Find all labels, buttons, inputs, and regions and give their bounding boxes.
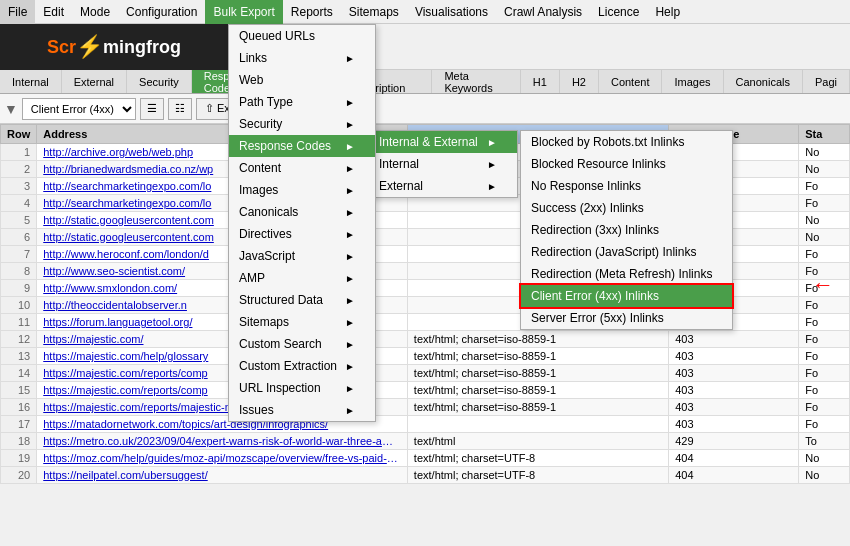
table-row: 18https://metro.co.uk/2023/09/04/expert-…: [1, 433, 850, 450]
table-row: 17https://matadornetwork.com/topics/art-…: [1, 416, 850, 433]
menu-licence[interactable]: Licence: [590, 0, 647, 24]
menu-issues[interactable]: Issues ►: [229, 399, 375, 421]
menu-path-type[interactable]: Path Type ►: [229, 91, 375, 113]
table-row: 16https://majestic.com/reports/majestic-…: [1, 399, 850, 416]
red-arrow-indicator: ←: [812, 272, 834, 298]
menu-security[interactable]: Security ►: [229, 113, 375, 135]
submenu-no-response[interactable]: No Response Inlinks: [521, 175, 732, 197]
menu-configuration[interactable]: Configuration: [118, 0, 205, 24]
menu-structured-data[interactable]: Structured Data ►: [229, 289, 375, 311]
filterbar: ▼ Client Error (4xx) ☰ ☷ ⇧ Export: [0, 94, 850, 124]
menu-directives[interactable]: Directives ►: [229, 223, 375, 245]
list-view-button[interactable]: ☰: [140, 98, 164, 120]
response-codes-submenu: Internal & External ► Internal ► Externa…: [368, 130, 518, 198]
menu-edit[interactable]: Edit: [35, 0, 72, 24]
table-row: 20https://neilpatel.com/ubersuggest/text…: [1, 467, 850, 484]
tab-canonicals[interactable]: Canonicals: [724, 70, 803, 93]
tab-internal[interactable]: Internal: [0, 70, 62, 93]
top-row: Scr⚡mingfrog screamingfrog.co.uk/: [0, 24, 850, 70]
menu-reports[interactable]: Reports: [283, 0, 341, 24]
menu-bulk-export[interactable]: Bulk Export: [205, 0, 282, 24]
table-row: 13https://majestic.com/help/glossarytext…: [1, 348, 850, 365]
menu-help[interactable]: Help: [647, 0, 688, 24]
submenu-redirection-3xx[interactable]: Redirection (3xx) Inlinks: [521, 219, 732, 241]
menu-links[interactable]: Links ►: [229, 47, 375, 69]
menu-file[interactable]: File: [0, 0, 35, 24]
submenu-internal-external[interactable]: Internal & External ►: [369, 131, 517, 153]
table-row: 12https://majestic.com/text/html; charse…: [1, 331, 850, 348]
tab-pagi[interactable]: Pagi: [803, 70, 850, 93]
col-row: Row: [1, 125, 37, 144]
split-view-button[interactable]: ☷: [168, 98, 192, 120]
table-row: 15https://majestic.com/reports/comptext/…: [1, 382, 850, 399]
menu-response-codes[interactable]: Response Codes ►: [229, 135, 375, 157]
submenu-blocked-resource[interactable]: Blocked Resource Inlinks: [521, 153, 732, 175]
menu-custom-search[interactable]: Custom Search ►: [229, 333, 375, 355]
menu-url-inspection[interactable]: URL Inspection ►: [229, 377, 375, 399]
filter-dropdown[interactable]: Client Error (4xx): [22, 98, 136, 120]
tab-h1[interactable]: H1: [521, 70, 560, 93]
submenu-external[interactable]: External ►: [369, 175, 517, 197]
submenu-internal[interactable]: Internal ►: [369, 153, 517, 175]
menu-content[interactable]: Content ►: [229, 157, 375, 179]
submenu-success-2xx[interactable]: Success (2xx) Inlinks: [521, 197, 732, 219]
menu-javascript[interactable]: JavaScript ►: [229, 245, 375, 267]
menu-visualisations[interactable]: Visualisations: [407, 0, 496, 24]
menu-images[interactable]: Images ►: [229, 179, 375, 201]
submenu-client-error-4xx[interactable]: Client Error (4xx) Inlinks: [521, 285, 732, 307]
submenu-server-error-5xx[interactable]: Server Error (5xx) Inlinks: [521, 307, 732, 329]
tabbar: Internal External Security Response Code…: [0, 70, 850, 94]
tab-security[interactable]: Security: [127, 70, 192, 93]
tab-meta-keywords[interactable]: Meta Keywords: [432, 70, 520, 93]
menu-queued-urls[interactable]: Queued URLs: [229, 25, 375, 47]
submenu-redirection-meta[interactable]: Redirection (Meta Refresh) Inlinks: [521, 263, 732, 285]
internal-external-submenu: Blocked by Robots.txt Inlinks Blocked Re…: [520, 130, 733, 330]
menu-sitemaps[interactable]: Sitemaps ►: [229, 311, 375, 333]
tab-images[interactable]: Images: [662, 70, 723, 93]
menu-crawl-analysis[interactable]: Crawl Analysis: [496, 0, 590, 24]
submenu-blocked-robots[interactable]: Blocked by Robots.txt Inlinks: [521, 131, 732, 153]
table-row: 19https://moz.com/help/guides/moz-api/mo…: [1, 450, 850, 467]
menu-canonicals[interactable]: Canonicals ►: [229, 201, 375, 223]
filter-icon: ▼: [4, 101, 18, 117]
menu-sitemaps[interactable]: Sitemaps: [341, 0, 407, 24]
menu-amp[interactable]: AMP ►: [229, 267, 375, 289]
menu-mode[interactable]: Mode: [72, 0, 118, 24]
tab-content[interactable]: Content: [599, 70, 663, 93]
tab-external[interactable]: External: [62, 70, 127, 93]
menu-web[interactable]: Web: [229, 69, 375, 91]
bulk-export-dropdown: Queued URLs Links ► Web Path Type ► Secu…: [228, 24, 376, 422]
logo: Scr⚡mingfrog: [0, 24, 228, 70]
tab-h2[interactable]: H2: [560, 70, 599, 93]
submenu-redirection-js[interactable]: Redirection (JavaScript) Inlinks: [521, 241, 732, 263]
menubar: File Edit Mode Configuration Bulk Export…: [0, 0, 850, 24]
menu-custom-extraction[interactable]: Custom Extraction ►: [229, 355, 375, 377]
table-row: 14https://majestic.com/reports/comptext/…: [1, 365, 850, 382]
col-sta: Sta: [799, 125, 850, 144]
